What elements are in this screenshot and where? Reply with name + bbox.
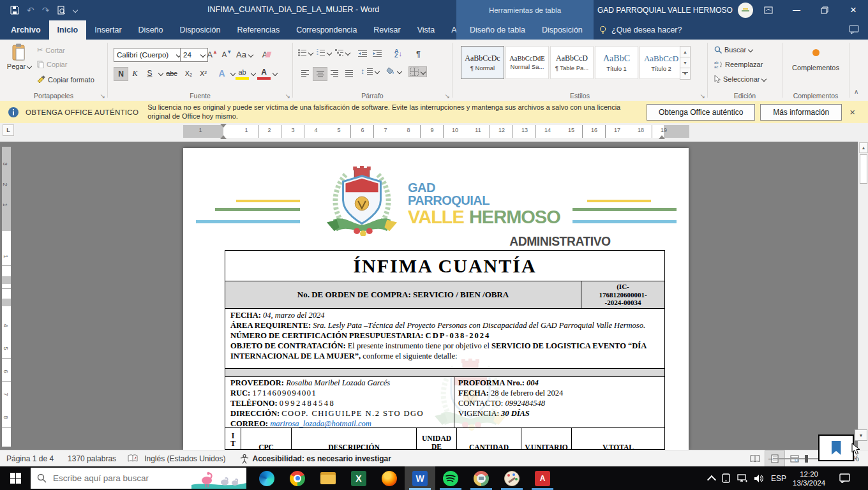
numbering-button[interactable]	[317, 49, 331, 56]
portapapeles-dialog-launcher-icon[interactable]: ↘	[100, 93, 105, 100]
resume-reading-popup[interactable]	[818, 434, 854, 461]
tell-me-box[interactable]: ¿Qué desea hacer?	[599, 20, 682, 40]
search-input[interactable]	[52, 473, 169, 484]
taskbar-word-icon[interactable]: W	[405, 466, 435, 490]
change-case-button[interactable]: Aa	[236, 50, 253, 59]
scrollbar-thumb[interactable]	[860, 154, 867, 184]
language-indicator[interactable]: Inglés (Estados Unidos)	[144, 454, 225, 463]
table-row-marker[interactable]	[2, 299, 11, 306]
align-left-button[interactable]	[298, 67, 311, 80]
align-right-button[interactable]	[327, 67, 341, 80]
account-area[interactable]: GAD PARROQUIAL VALLE HERMOSO	[597, 0, 753, 20]
style-normal-sa[interactable]: AaBbCcDdENormal Sa...	[505, 46, 549, 79]
increase-indent-button[interactable]	[370, 47, 384, 60]
undo-icon[interactable]: ↶	[27, 5, 34, 15]
taskbar-search[interactable]	[31, 468, 246, 489]
cut-button[interactable]: ✂Cortar	[37, 46, 65, 54]
collapse-ribbon-icon[interactable]: ∧	[854, 88, 858, 95]
horizontal-ruler[interactable]: 1 1 2 3 4 5 6 7 8 9 10 11 12 13 14 15 16…	[183, 125, 689, 138]
taskbar-edge-icon[interactable]	[251, 466, 282, 490]
tray-chevron-up-icon[interactable]	[707, 475, 716, 484]
get-office-button[interactable]: Obtenga Office auténtico	[647, 104, 755, 121]
style-table-pa[interactable]: AaBbCcD¶ Table Pa...	[550, 46, 594, 79]
accessibility-status[interactable]: Accesibilidad: es necesario investigar	[253, 454, 391, 463]
ribbon-display-options-icon[interactable]	[754, 0, 782, 20]
taskbar-acrobat-icon[interactable]: A	[527, 466, 558, 490]
table-row-marker[interactable]	[2, 276, 11, 284]
tab-selector[interactable]: L	[3, 124, 14, 136]
find-button[interactable]: Buscar	[714, 46, 752, 54]
accessibility-icon[interactable]	[240, 454, 249, 464]
tab-vista[interactable]: Vista	[409, 20, 444, 40]
tray-volume-icon[interactable]	[754, 474, 765, 483]
print-preview-icon[interactable]	[57, 6, 66, 15]
tray-tablet-icon[interactable]	[721, 473, 731, 483]
clear-formatting-button[interactable]: A	[260, 48, 273, 61]
comments-icon[interactable]	[849, 25, 859, 34]
font-size-combobox[interactable]: 24	[180, 48, 208, 62]
tray-clock[interactable]: 12:20 13/3/2024	[793, 470, 825, 487]
vertical-scrollbar[interactable]: ▲	[858, 142, 868, 450]
font-color-button[interactable]: A	[257, 67, 277, 80]
tab-disposicion[interactable]: Disposición	[172, 20, 229, 40]
taskbar-explorer-icon[interactable]	[313, 466, 343, 490]
strikethrough-button[interactable]: abc	[163, 67, 181, 80]
right-indent-marker[interactable]	[659, 132, 665, 139]
paste-button[interactable]: Pegar	[6, 43, 32, 70]
tab-disposicion-tabla[interactable]: Disposición	[534, 20, 591, 40]
addins-button[interactable]: Complementos	[782, 47, 849, 71]
shrink-font-button[interactable]: A▼	[220, 48, 234, 61]
restore-button[interactable]	[811, 0, 839, 20]
action-center-icon[interactable]	[839, 473, 850, 483]
proofing-icon[interactable]	[128, 454, 138, 463]
vertical-ruler[interactable]: 3 2 1 1 2 3 4 5 6 7 8	[2, 147, 11, 447]
style-titulo-2[interactable]: AaBbCcDTítulo 2	[640, 46, 683, 79]
multilevel-list-button[interactable]	[335, 49, 350, 56]
qat-customize-icon[interactable]	[73, 8, 78, 13]
bullets-button[interactable]	[298, 49, 313, 56]
tab-revisar[interactable]: Revisar	[365, 20, 408, 40]
format-painter-button[interactable]: Copiar formato	[37, 75, 94, 84]
email-link[interactable]: marirosa_lozada@hotmail.com	[270, 419, 371, 428]
sort-button[interactable]: AZ ↓	[390, 47, 407, 60]
close-button[interactable]: ×	[839, 0, 868, 20]
bold-button[interactable]: N	[114, 67, 128, 81]
account-avatar[interactable]	[738, 3, 753, 18]
tab-archivo[interactable]: Archivo	[3, 20, 49, 40]
zoom-out-icon[interactable]: −	[768, 454, 773, 464]
styles-more-icon[interactable]: ▼	[680, 68, 691, 80]
start-button[interactable]	[0, 466, 31, 490]
parrafo-dialog-launcher-icon[interactable]: ↘	[445, 93, 450, 100]
select-button[interactable]: Seleccionar	[714, 75, 766, 83]
italic-button[interactable]: K	[128, 67, 142, 80]
save-icon[interactable]	[10, 6, 19, 15]
scroll-down-button[interactable]: ▼	[855, 429, 867, 441]
tray-language[interactable]: ESP	[771, 474, 786, 483]
highlight-button[interactable]: ab	[236, 67, 255, 80]
line-spacing-button[interactable]: ↕	[361, 67, 379, 76]
justify-button[interactable]	[342, 67, 355, 80]
decrease-indent-button[interactable]	[355, 47, 369, 60]
order-table[interactable]: ÍNFIMA CUANTÍA No. DE ORDEN DE COMPRA: S…	[225, 250, 665, 450]
style-titulo-1[interactable]: AaBbCTítulo 1	[595, 46, 638, 79]
borders-button[interactable]	[408, 66, 427, 77]
tab-insertar[interactable]: Insertar	[86, 20, 130, 40]
show-marks-button[interactable]: ¶	[412, 47, 425, 60]
font-name-combobox[interactable]: Calibri (Cuerpo)	[114, 48, 184, 62]
document-page[interactable]: GAD PARROQUIAL VALLE HERMOSO ADMINISTRAT…	[183, 148, 689, 450]
taskbar-firefox-icon[interactable]	[374, 466, 405, 490]
underline-button[interactable]: S	[143, 67, 163, 80]
taskbar-excel-icon[interactable]: X	[343, 466, 374, 490]
copy-button[interactable]: Copiar	[37, 61, 67, 68]
taskbar-remote-desktop-icon[interactable]	[466, 466, 497, 490]
taskbar-paint-icon[interactable]	[497, 466, 527, 490]
word-count[interactable]: 1370 palabras	[68, 454, 116, 463]
tray-network-icon[interactable]	[737, 474, 747, 483]
style-normal[interactable]: AaBbCcDc¶ Normal	[461, 46, 504, 79]
tab-correspondencia[interactable]: Correspondencia	[288, 20, 365, 40]
tab-inicio[interactable]: Inicio	[49, 20, 87, 40]
tab-diseno[interactable]: Diseño	[130, 20, 172, 40]
minimize-button[interactable]: —	[782, 0, 811, 20]
taskbar-spotify-icon[interactable]	[435, 466, 466, 490]
page-indicator[interactable]: Página 1 de 4	[6, 454, 54, 463]
